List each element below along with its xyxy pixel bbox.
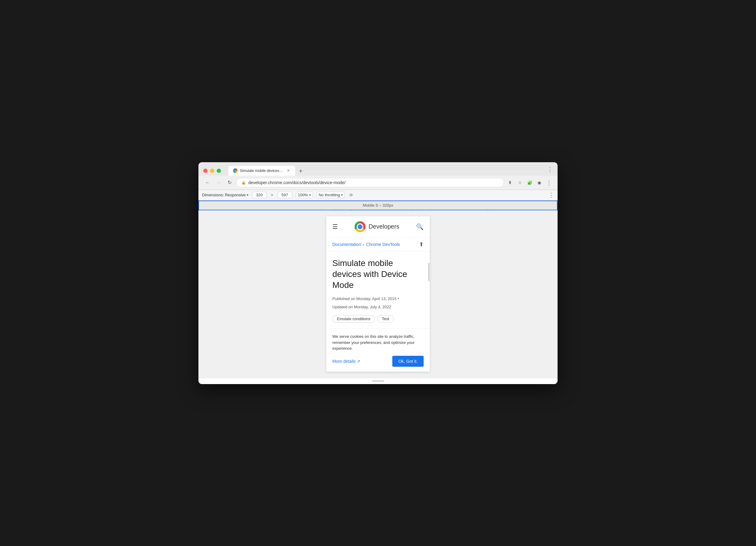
developers-brand-text: Developers <box>369 223 399 230</box>
refresh-button[interactable]: ↻ <box>225 178 234 187</box>
mobile-header: ☰ Developers 🔍 <box>326 216 430 237</box>
scrollbar-thumb <box>428 263 429 281</box>
throttle-label: No throttling <box>319 193 340 197</box>
profile-icon[interactable]: ◉ <box>536 179 543 186</box>
cookie-text: We serve cookies on this site to analyze… <box>332 334 424 352</box>
cookie-banner: We serve cookies on this site to analyze… <box>326 328 430 372</box>
address-text: developer.chrome.com/docs/devtools/devic… <box>248 180 499 185</box>
address-actions: ⬆ ☆ 🧩 ◉ ⋮ <box>506 179 553 186</box>
breadcrumb-documentation[interactable]: Documentation <box>332 242 361 247</box>
devtools-more-button[interactable]: ⋮ <box>548 192 554 198</box>
article-title: Simulate mobile devices with Device Mode <box>332 258 424 291</box>
zoom-dropdown[interactable]: 100% ▾ <box>296 192 313 198</box>
bookmark-icon[interactable]: ☆ <box>516 179 523 186</box>
height-input[interactable] <box>278 192 292 198</box>
tag-emulate-conditions[interactable]: Emulate conditions <box>332 315 375 323</box>
breadcrumb-separator: › <box>363 242 364 247</box>
throttle-dropdown[interactable]: No throttling ▾ <box>317 192 345 198</box>
tab-strip-more[interactable]: ⋮ <box>547 166 553 175</box>
article-content: Simulate mobile devices with Device Mode… <box>326 252 430 329</box>
tag-test[interactable]: Test <box>377 315 394 323</box>
lock-icon: 🔒 <box>241 180 246 185</box>
article-tags: Emulate conditions Test <box>332 315 424 323</box>
browser-window: Simulate mobile devices with D ✕ + ⋮ ← →… <box>198 162 558 384</box>
size-separator: × <box>271 193 273 197</box>
chrome-logo-circle <box>355 221 366 232</box>
responsive-bar: Mobile S – 320px <box>198 201 558 210</box>
zoom-label: 100% <box>298 193 308 197</box>
window-controls <box>203 169 221 173</box>
responsive-section: Mobile S – 320px ↑ M ↑ L ↑ Tablet ↑ Lapt… <box>198 201 558 210</box>
search-icon[interactable]: 🔍 <box>416 223 424 230</box>
bottom-handle-bar <box>198 378 558 384</box>
address-bar-row: ← → ↻ 🔒 developer.chrome.com/docs/devtoo… <box>198 176 558 190</box>
width-input[interactable] <box>252 192 267 198</box>
tabs-bar: Simulate mobile devices with D ✕ + <box>228 166 544 176</box>
bottom-handle <box>372 380 384 382</box>
tab-title: Simulate mobile devices with D <box>240 169 284 173</box>
close-button[interactable] <box>203 169 208 173</box>
new-tab-button[interactable]: + <box>296 167 305 176</box>
extensions-icon[interactable]: 🧩 <box>526 179 533 186</box>
mobile-preview: ☰ Developers 🔍 Documentation › Chrome De… <box>326 216 430 372</box>
article-published: Published on Monday, April 13, 2015 • <box>332 296 424 302</box>
responsive-label: Mobile S – 320px <box>360 203 396 208</box>
hamburger-icon[interactable]: ☰ <box>332 223 338 230</box>
dimensions-dropdown-arrow: ▾ <box>247 193 248 197</box>
back-button[interactable]: ← <box>203 178 212 187</box>
ok-got-it-button[interactable]: Ok, Got it. <box>392 356 424 367</box>
cookie-actions: More details ↗ Ok, Got it. <box>332 356 424 367</box>
share-button[interactable]: ⬆ <box>419 241 424 248</box>
more-details-label: More details <box>332 359 355 364</box>
share-icon[interactable]: ⬆ <box>506 179 514 186</box>
dimensions-dropdown[interactable]: Dimensions: Responsive ▾ <box>202 193 248 197</box>
throttle-dropdown-arrow: ▾ <box>341 193 343 197</box>
tab-favicon <box>233 168 237 173</box>
maximize-button[interactable] <box>217 169 221 173</box>
browser-more-button[interactable]: ⋮ <box>545 179 553 186</box>
main-content: ☰ Developers 🔍 Documentation › Chrome De… <box>198 210 558 378</box>
breadcrumb-devtools[interactable]: Chrome DevTools <box>366 242 400 247</box>
rotate-button[interactable]: ⟳ <box>348 192 354 198</box>
breadcrumb: Documentation › Chrome DevTools ⬆ <box>326 237 430 252</box>
external-link-icon: ↗ <box>357 359 360 364</box>
title-bar: Simulate mobile devices with D ✕ + ⋮ <box>198 162 558 176</box>
minimize-button[interactable] <box>210 169 214 173</box>
devtools-toolbar: Dimensions: Responsive ▾ × 100% ▾ No thr… <box>198 190 558 201</box>
zoom-dropdown-arrow: ▾ <box>309 193 311 197</box>
more-details-link[interactable]: More details ↗ <box>332 359 360 364</box>
active-tab[interactable]: Simulate mobile devices with D ✕ <box>228 166 295 176</box>
forward-button[interactable]: → <box>214 178 223 187</box>
dimensions-label: Dimensions: Responsive <box>202 193 246 197</box>
article-updated: Updated on Monday, July 4, 2022 <box>332 304 424 310</box>
tab-close-button[interactable]: ✕ <box>286 168 290 173</box>
address-bar[interactable]: 🔒 developer.chrome.com/docs/devtools/dev… <box>236 178 504 187</box>
chrome-logo: Developers <box>355 221 399 232</box>
